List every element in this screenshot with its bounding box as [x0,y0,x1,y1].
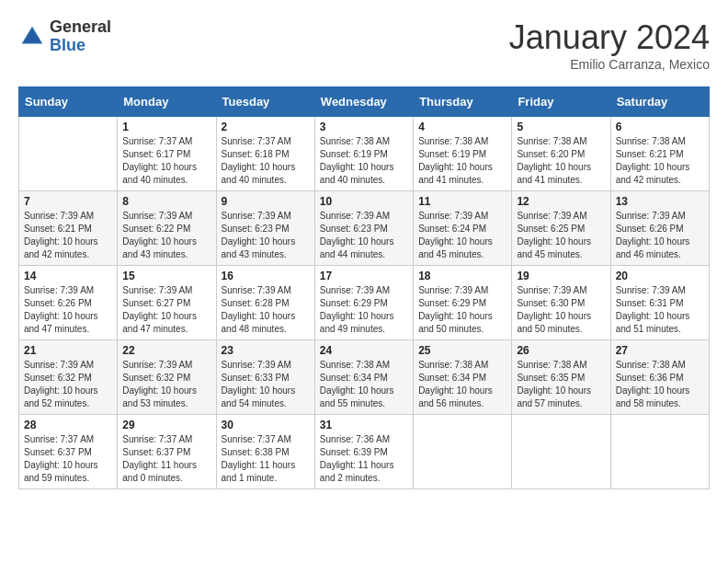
weekday-header-friday: Friday [512,87,610,117]
calendar-cell: 22Sunrise: 7:39 AM Sunset: 6:32 PM Dayli… [118,340,216,415]
day-number: 19 [517,270,605,282]
day-number: 27 [616,344,704,357]
day-info: Sunrise: 7:39 AM Sunset: 6:31 PM Dayligh… [616,284,704,336]
logo: General Blue [18,18,111,55]
day-info: Sunrise: 7:39 AM Sunset: 6:32 PM Dayligh… [122,359,210,410]
day-number: 5 [517,121,605,133]
day-info: Sunrise: 7:38 AM Sunset: 6:35 PM Dayligh… [517,359,605,410]
day-number: 6 [616,121,704,133]
calendar-cell [414,415,512,489]
calendar-cell: 31Sunrise: 7:36 AM Sunset: 6:39 PM Dayli… [314,415,413,489]
day-number: 21 [24,344,112,357]
calendar-cell: 15Sunrise: 7:39 AM Sunset: 6:27 PM Dayli… [118,266,216,340]
day-number: 3 [320,121,408,133]
calendar-cell: 29Sunrise: 7:37 AM Sunset: 6:37 PM Dayli… [118,415,216,489]
title-block: January 2024 Emilio Carranza, Mexico [509,18,710,72]
day-number: 20 [616,270,704,282]
calendar-cell: 20Sunrise: 7:39 AM Sunset: 6:31 PM Dayli… [610,266,709,340]
day-info: Sunrise: 7:39 AM Sunset: 6:33 PM Dayligh… [222,359,310,410]
day-number: 28 [24,419,112,431]
calendar-cell: 25Sunrise: 7:38 AM Sunset: 6:34 PM Dayli… [414,340,512,415]
day-info: Sunrise: 7:38 AM Sunset: 6:34 PM Dayligh… [418,359,506,410]
calendar-cell: 5Sunrise: 7:38 AM Sunset: 6:20 PM Daylig… [512,117,610,191]
day-info: Sunrise: 7:38 AM Sunset: 6:36 PM Dayligh… [616,359,704,410]
calendar-cell: 27Sunrise: 7:38 AM Sunset: 6:36 PM Dayli… [610,340,709,415]
day-info: Sunrise: 7:39 AM Sunset: 6:22 PM Dayligh… [122,210,210,261]
day-info: Sunrise: 7:38 AM Sunset: 6:19 PM Dayligh… [418,135,506,187]
day-number: 29 [122,419,210,431]
day-info: Sunrise: 7:39 AM Sunset: 6:32 PM Dayligh… [24,359,112,410]
calendar-cell: 17Sunrise: 7:39 AM Sunset: 6:29 PM Dayli… [314,266,413,340]
calendar-title: January 2024 [509,18,710,57]
calendar-cell: 4Sunrise: 7:38 AM Sunset: 6:19 PM Daylig… [414,117,512,191]
day-info: Sunrise: 7:39 AM Sunset: 6:25 PM Dayligh… [517,210,605,261]
day-info: Sunrise: 7:37 AM Sunset: 6:37 PM Dayligh… [24,433,112,485]
calendar-cell: 28Sunrise: 7:37 AM Sunset: 6:37 PM Dayli… [19,415,118,489]
day-info: Sunrise: 7:39 AM Sunset: 6:28 PM Dayligh… [222,284,310,336]
day-info: Sunrise: 7:39 AM Sunset: 6:26 PM Dayligh… [616,210,704,261]
day-info: Sunrise: 7:39 AM Sunset: 6:27 PM Dayligh… [122,284,210,336]
day-info: Sunrise: 7:38 AM Sunset: 6:19 PM Dayligh… [320,135,408,187]
calendar-cell: 18Sunrise: 7:39 AM Sunset: 6:29 PM Dayli… [414,266,512,340]
calendar-cell [610,415,709,489]
weekday-header-monday: Monday [118,87,216,117]
weekday-header-sunday: Sunday [19,87,118,117]
day-number: 26 [517,344,605,357]
calendar-cell [19,117,118,191]
day-info: Sunrise: 7:38 AM Sunset: 6:21 PM Dayligh… [616,135,704,187]
logo-icon [18,23,46,51]
weekday-header-saturday: Saturday [610,87,709,117]
day-number: 18 [418,270,506,282]
day-info: Sunrise: 7:37 AM Sunset: 6:17 PM Dayligh… [122,135,210,187]
day-number: 10 [320,195,408,208]
day-number: 12 [517,195,605,208]
calendar-cell: 19Sunrise: 7:39 AM Sunset: 6:30 PM Dayli… [512,266,610,340]
day-number: 1 [122,121,210,133]
day-number: 4 [418,121,506,133]
calendar-cell: 14Sunrise: 7:39 AM Sunset: 6:26 PM Dayli… [19,266,118,340]
calendar-cell: 9Sunrise: 7:39 AM Sunset: 6:23 PM Daylig… [216,191,314,266]
day-number: 25 [418,344,506,357]
day-info: Sunrise: 7:39 AM Sunset: 6:29 PM Dayligh… [418,284,506,336]
day-number: 17 [320,270,408,282]
day-info: Sunrise: 7:39 AM Sunset: 6:23 PM Dayligh… [222,210,310,261]
calendar-cell: 21Sunrise: 7:39 AM Sunset: 6:32 PM Dayli… [19,340,118,415]
calendar-cell: 26Sunrise: 7:38 AM Sunset: 6:35 PM Dayli… [512,340,610,415]
day-info: Sunrise: 7:38 AM Sunset: 6:34 PM Dayligh… [320,359,408,410]
day-number: 22 [122,344,210,357]
calendar-cell: 10Sunrise: 7:39 AM Sunset: 6:23 PM Dayli… [314,191,413,266]
calendar-cell: 3Sunrise: 7:38 AM Sunset: 6:19 PM Daylig… [314,117,413,191]
day-info: Sunrise: 7:39 AM Sunset: 6:30 PM Dayligh… [517,284,605,336]
day-number: 9 [222,195,310,208]
day-number: 31 [320,419,408,431]
day-number: 11 [418,195,506,208]
day-number: 7 [24,195,112,208]
weekday-header-wednesday: Wednesday [314,87,413,117]
calendar-cell: 1Sunrise: 7:37 AM Sunset: 6:17 PM Daylig… [118,117,216,191]
day-info: Sunrise: 7:39 AM Sunset: 6:29 PM Dayligh… [320,284,408,336]
page-header: General Blue January 2024 Emilio Carranz… [18,18,710,72]
calendar-cell: 30Sunrise: 7:37 AM Sunset: 6:38 PM Dayli… [216,415,314,489]
logo-blue: Blue [50,37,111,55]
day-info: Sunrise: 7:39 AM Sunset: 6:21 PM Dayligh… [24,210,112,261]
day-info: Sunrise: 7:37 AM Sunset: 6:38 PM Dayligh… [222,433,310,485]
calendar-cell: 8Sunrise: 7:39 AM Sunset: 6:22 PM Daylig… [118,191,216,266]
weekday-header-tuesday: Tuesday [216,87,314,117]
day-number: 16 [222,270,310,282]
calendar-cell: 11Sunrise: 7:39 AM Sunset: 6:24 PM Dayli… [414,191,512,266]
day-number: 15 [122,270,210,282]
logo-text: General Blue [50,18,111,55]
day-info: Sunrise: 7:37 AM Sunset: 6:18 PM Dayligh… [222,135,310,187]
day-info: Sunrise: 7:37 AM Sunset: 6:37 PM Dayligh… [122,433,210,485]
week-row-2: 7Sunrise: 7:39 AM Sunset: 6:21 PM Daylig… [19,191,710,266]
day-number: 13 [616,195,704,208]
day-number: 24 [320,344,408,357]
week-row-5: 28Sunrise: 7:37 AM Sunset: 6:37 PM Dayli… [19,415,710,489]
calendar-cell: 7Sunrise: 7:39 AM Sunset: 6:21 PM Daylig… [19,191,118,266]
day-number: 8 [122,195,210,208]
calendar-cell: 2Sunrise: 7:37 AM Sunset: 6:18 PM Daylig… [216,117,314,191]
day-info: Sunrise: 7:39 AM Sunset: 6:26 PM Dayligh… [24,284,112,336]
day-number: 30 [222,419,310,431]
week-row-4: 21Sunrise: 7:39 AM Sunset: 6:32 PM Dayli… [19,340,710,415]
calendar-cell: 23Sunrise: 7:39 AM Sunset: 6:33 PM Dayli… [216,340,314,415]
